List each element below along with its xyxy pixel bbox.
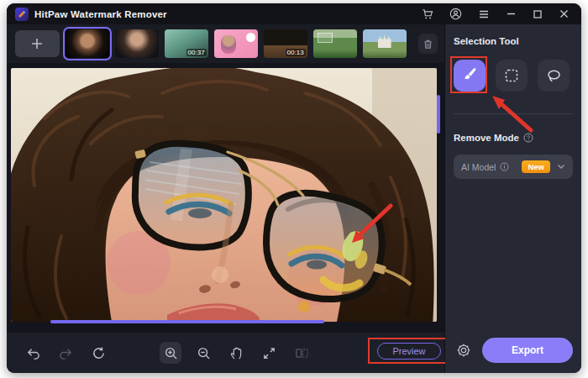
cart-icon[interactable] (422, 8, 433, 20)
thumbnail-2[interactable] (115, 29, 159, 58)
new-badge: New (522, 160, 550, 173)
thumbnail-watermark-badge (246, 33, 255, 42)
vertical-scrollbar[interactable] (437, 95, 440, 134)
thumbnail-6[interactable] (313, 29, 357, 58)
thumbnail-4[interactable] (214, 29, 258, 58)
thumbnail-7[interactable] (363, 29, 407, 58)
horizontal-scrollbar[interactable] (50, 320, 324, 323)
editor-canvas[interactable] (7, 63, 444, 333)
zoom-in-button[interactable] (160, 342, 181, 364)
add-media-button[interactable] (15, 30, 60, 57)
minimize-icon[interactable] (506, 8, 517, 19)
app-logo-icon (15, 8, 29, 21)
remove-mode-heading: Remove Mode (454, 133, 519, 143)
app-window: HitPaw Watermark Remover (7, 3, 581, 373)
title-bar: HitPaw Watermark Remover (7, 3, 581, 24)
marquee-tool-button[interactable] (496, 60, 528, 92)
info-icon[interactable] (500, 162, 509, 171)
pan-tool-button[interactable] (225, 342, 247, 364)
media-filmstrip: 00:37 00:13 (7, 24, 444, 63)
close-icon[interactable] (559, 8, 570, 19)
canvas-toolbar: Preview (7, 333, 444, 373)
account-icon[interactable] (449, 8, 462, 20)
video-duration-badge: 00:13 (286, 49, 306, 56)
panel-divider (454, 113, 573, 114)
undo-button[interactable] (22, 342, 44, 364)
video-duration-badge: 00:37 (186, 49, 207, 56)
redo-button[interactable] (55, 342, 76, 364)
export-button[interactable]: Export (482, 338, 573, 363)
remove-mode-value: AI Model (461, 162, 496, 172)
settings-gear-button[interactable] (454, 340, 474, 360)
thumbnail-5-video[interactable]: 00:13 (264, 29, 307, 58)
thumbnail-1-selected[interactable] (66, 29, 109, 58)
preview-button[interactable]: Preview (377, 343, 440, 360)
help-icon[interactable] (523, 133, 533, 143)
app-title: HitPaw Watermark Remover (34, 9, 167, 19)
fit-screen-button[interactable] (258, 342, 280, 364)
menu-icon[interactable] (478, 9, 490, 19)
zoom-out-button[interactable] (192, 342, 214, 364)
maximize-icon[interactable] (533, 9, 543, 19)
delete-media-button[interactable] (418, 34, 438, 54)
thumbnail-3-video[interactable]: 00:37 (165, 29, 208, 58)
brush-tool-button[interactable] (454, 60, 486, 92)
annotation-box-preview: Preview (368, 338, 450, 364)
remove-mode-dropdown[interactable]: AI Model New (454, 155, 573, 179)
selection-tool-heading: Selection Tool (454, 36, 573, 46)
lasso-tool-button[interactable] (538, 60, 570, 92)
right-panel: Selection Tool (445, 24, 581, 373)
reset-button[interactable] (87, 342, 109, 364)
chevron-down-icon (557, 164, 565, 170)
compare-button[interactable] (291, 342, 312, 364)
preview-image[interactable] (11, 68, 437, 322)
